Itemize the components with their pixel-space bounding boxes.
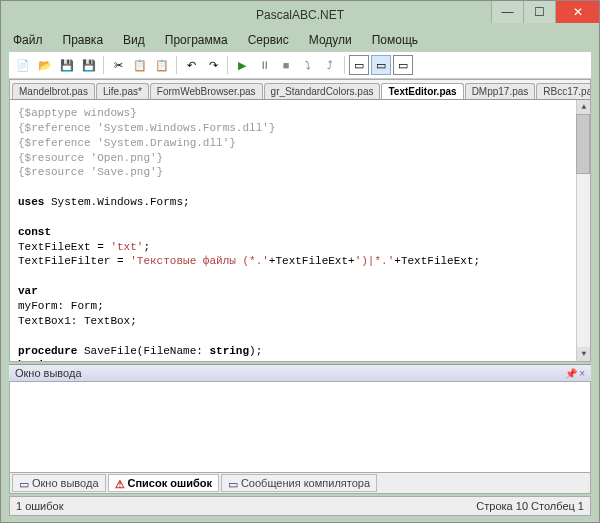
code-line: {$apptype windows} — [18, 106, 582, 121]
menu-file[interactable]: Файл — [5, 31, 51, 49]
editor-area: Mandelbrot.pas Life.pas* FormWebBrowser.… — [9, 79, 591, 362]
scroll-thumb[interactable] — [576, 114, 590, 174]
status-cursor: Строка 10 Столбец 1 — [476, 500, 584, 512]
save-icon[interactable]: 💾 — [57, 55, 77, 75]
close-button[interactable]: ✕ — [555, 1, 599, 23]
maximize-button[interactable]: ☐ — [523, 1, 555, 23]
close-panel-icon[interactable]: × — [579, 368, 585, 379]
menu-view[interactable]: Вид — [115, 31, 153, 49]
menu-help[interactable]: Помощь — [364, 31, 426, 49]
code-line — [18, 210, 582, 225]
app-window: PascalABC.NET — ☐ ✕ Файл Правка Вид Прог… — [0, 0, 600, 523]
menu-edit[interactable]: Правка — [55, 31, 112, 49]
output-controls: 📌 × — [565, 368, 585, 379]
tab-life[interactable]: Life.pas* — [96, 83, 149, 99]
undo-icon[interactable]: ↶ — [181, 55, 201, 75]
code-line: TextFileExt = 'txt'; — [18, 240, 582, 255]
statusbar: 1 ошибок Строка 10 Столбец 1 — [9, 496, 591, 516]
panel1-icon[interactable]: ▭ — [349, 55, 369, 75]
btab-compiler[interactable]: ▭Сообщения компилятора — [221, 474, 377, 492]
separator-icon — [103, 56, 104, 74]
tab-texteditor[interactable]: TextEditor.pas — [381, 83, 463, 99]
menu-service[interactable]: Сервис — [240, 31, 297, 49]
titlebar: PascalABC.NET — ☐ ✕ — [1, 1, 599, 29]
code-line: TextBox1: TextBox; — [18, 314, 582, 329]
scroll-down-icon[interactable]: ▼ — [577, 347, 590, 361]
code-line: const — [18, 225, 582, 240]
stepover-icon[interactable]: ⤴ — [320, 55, 340, 75]
code-line: {$reference 'System.Drawing.dll'} — [18, 136, 582, 151]
cut-icon[interactable]: ✂ — [108, 55, 128, 75]
tab-mandelbrot[interactable]: Mandelbrot.pas — [12, 83, 95, 99]
output-icon: ▭ — [19, 478, 29, 488]
new-file-icon[interactable]: 📄 — [13, 55, 33, 75]
errors-icon: ⚠ — [115, 478, 125, 488]
code-editor[interactable]: {$apptype windows} {$reference 'System.W… — [10, 100, 590, 361]
btab-errors[interactable]: ⚠Список ошибок — [108, 474, 219, 492]
run-icon[interactable]: ▶ — [232, 55, 252, 75]
menu-modules[interactable]: Модули — [301, 31, 360, 49]
bottom-tabs: ▭Окно вывода ⚠Список ошибок ▭Сообщения к… — [9, 472, 591, 494]
code-line: TextFileFilter = 'Текстовые файлы (*.'+T… — [18, 254, 582, 269]
panel3-icon[interactable]: ▭ — [393, 55, 413, 75]
saveall-icon[interactable]: 💾 — [79, 55, 99, 75]
editor-tabs: Mandelbrot.pas Life.pas* FormWebBrowser.… — [10, 80, 590, 100]
separator-icon — [227, 56, 228, 74]
panel2-icon[interactable]: ▭ — [371, 55, 391, 75]
code-line: begin — [18, 358, 582, 361]
code-line — [18, 269, 582, 284]
status-errors: 1 ошибок — [16, 500, 64, 512]
scroll-up-icon[interactable]: ▲ — [577, 100, 590, 114]
code-line: var — [18, 284, 582, 299]
code-line — [18, 180, 582, 195]
code-line: {$resource 'Open.png'} — [18, 151, 582, 166]
menu-program[interactable]: Программа — [157, 31, 236, 49]
stop-icon[interactable]: ■ — [276, 55, 296, 75]
code-line: procedure SaveFile(FileName: string); — [18, 344, 582, 359]
menubar: Файл Правка Вид Программа Сервис Модули … — [1, 29, 599, 51]
output-panel-header: Окно вывода 📌 × — [9, 364, 591, 382]
copy-icon[interactable]: 📋 — [130, 55, 150, 75]
toolbar: 📄 📂 💾 💾 ✂ 📋 📋 ↶ ↷ ▶ ⏸ ■ ⤵ ⤴ ▭ ▭ ▭ — [9, 51, 591, 79]
minimize-button[interactable]: — — [491, 1, 523, 23]
separator-icon — [176, 56, 177, 74]
paste-icon[interactable]: 📋 — [152, 55, 172, 75]
titlebar-controls: — ☐ ✕ — [491, 1, 599, 23]
separator-icon — [344, 56, 345, 74]
code-line: myForm: Form; — [18, 299, 582, 314]
code-line — [18, 329, 582, 344]
tab-dmpp17[interactable]: DMpp17.pas — [465, 83, 536, 99]
compiler-icon: ▭ — [228, 478, 238, 488]
output-panel[interactable] — [9, 382, 591, 472]
tab-standardcolors[interactable]: gr_StandardColors.pas — [264, 83, 381, 99]
btab-output[interactable]: ▭Окно вывода — [12, 474, 106, 492]
code-line: {$resource 'Save.png'} — [18, 165, 582, 180]
stepinto-icon[interactable]: ⤵ — [298, 55, 318, 75]
editor-scrollbar[interactable]: ▲ ▼ — [576, 100, 590, 361]
tab-rbcc17[interactable]: RBcc17.pas — [536, 83, 590, 99]
code-line: uses System.Windows.Forms; — [18, 195, 582, 210]
pause-icon[interactable]: ⏸ — [254, 55, 274, 75]
code-line: {$reference 'System.Windows.Forms.dll'} — [18, 121, 582, 136]
tab-formwebbrowser[interactable]: FormWebBrowser.pas — [150, 83, 263, 99]
pin-icon[interactable]: 📌 — [565, 368, 577, 379]
window-title: PascalABC.NET — [256, 8, 344, 22]
open-file-icon[interactable]: 📂 — [35, 55, 55, 75]
redo-icon[interactable]: ↷ — [203, 55, 223, 75]
output-title: Окно вывода — [15, 367, 82, 379]
